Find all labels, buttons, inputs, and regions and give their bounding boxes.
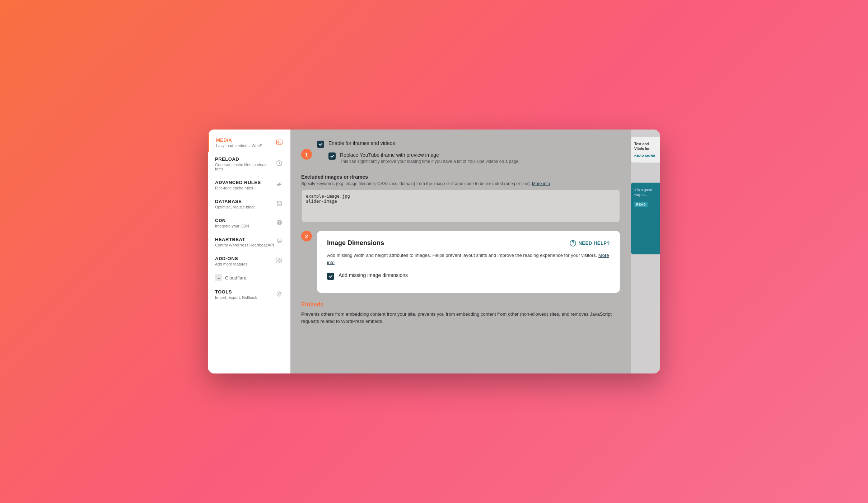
card-header: Image Dimensions NEED HELP? <box>327 239 610 247</box>
sidebar-item-cloudflare[interactable]: ☁ Cloudflare <box>208 271 290 285</box>
svg-point-7 <box>277 201 281 203</box>
embeds-section: Embeds Prevents others from embedding co… <box>301 301 620 325</box>
cloudflare-icon: ☁ <box>215 274 222 281</box>
step1-area: 1 Enable for iframes and videos <box>301 140 620 224</box>
image-dimensions-title: Image Dimensions <box>327 239 384 247</box>
sidebar-item-heartbeat[interactable]: HEARTBEAT Control WordPress Heartbeat AP… <box>208 232 290 252</box>
enable-iframes-row: Enable for iframes and videos <box>317 140 520 148</box>
svg-text:☁: ☁ <box>217 276 220 280</box>
excluded-textarea[interactable]: example-image.jpg slider-image <box>301 190 620 222</box>
svg-point-18 <box>573 244 574 245</box>
svg-rect-12 <box>277 261 279 263</box>
read-more-button-1[interactable]: READ MORE <box>634 154 657 158</box>
database-icon <box>275 200 283 208</box>
step1-badge: 1 <box>301 149 312 160</box>
excluded-more-info-link[interactable]: More info <box>532 181 550 186</box>
svg-rect-4 <box>277 184 281 185</box>
media-icon <box>275 138 283 147</box>
right-panel: Test and Vitals for READ MORE It is a gr… <box>631 130 660 373</box>
svg-rect-11 <box>280 258 282 260</box>
svg-rect-6 <box>279 183 280 184</box>
sidebar: MEDIA LazyLoad, embeds, WebP PRELOAD Gen… <box>208 130 290 373</box>
add-dimensions-checkbox[interactable] <box>327 273 334 280</box>
heartbeat-icon <box>275 238 283 246</box>
right-card-white-text: Test and Vitals for <box>634 142 657 151</box>
svg-rect-5 <box>277 185 280 186</box>
card-description: Add missing width and height attributes … <box>327 252 610 266</box>
main-window: MEDIA LazyLoad, embeds, WebP PRELOAD Gen… <box>208 130 660 373</box>
addons-icon <box>275 257 283 265</box>
need-help-button[interactable]: NEED HELP? <box>570 240 610 246</box>
preload-icon <box>275 160 283 168</box>
step2-badge: 2 <box>301 231 312 241</box>
enable-iframes-checkbox[interactable] <box>317 141 324 148</box>
cdn-icon <box>275 219 283 227</box>
right-card-teal: It is a great way to... READ <box>631 183 660 254</box>
tools-icon <box>275 291 283 298</box>
svg-point-1 <box>278 141 279 142</box>
svg-rect-13 <box>280 261 282 263</box>
right-card-white: Test and Vitals for READ MORE <box>631 137 660 163</box>
replace-youtube-row: Replace YouTube iframe with preview imag… <box>328 152 520 164</box>
sidebar-item-database[interactable]: DATABASE Optimize, reduce bloat <box>208 194 290 213</box>
svg-rect-3 <box>277 183 281 183</box>
sidebar-item-tools[interactable]: TOOLS Import, Export, Rollback <box>208 285 290 304</box>
read-more-button-2[interactable]: READ <box>634 202 648 207</box>
svg-rect-10 <box>277 258 279 260</box>
sidebar-item-advanced-rules[interactable]: ADVANCED RULES Fine-tune cache rules <box>208 175 290 194</box>
sidebar-item-preload[interactable]: PRELOAD Generate cache files, preload fo… <box>208 152 290 175</box>
main-content: 1 Enable for iframes and videos <box>290 130 631 373</box>
replace-youtube-checkbox[interactable] <box>328 152 336 160</box>
right-card-teal-text: It is a great way to... <box>634 188 657 197</box>
step2-row: 2 Image Dimensions NEED HELP? Add missin… <box>301 231 620 293</box>
sidebar-item-cdn[interactable]: CDN Integrate your CDN <box>208 213 290 232</box>
sidebar-item-media[interactable]: MEDIA LazyLoad, embeds, WebP <box>208 133 290 152</box>
svg-point-16 <box>278 293 280 295</box>
sidebar-item-addons[interactable]: ADD-ONS Add more features <box>208 252 290 271</box>
excluded-section: Excluded images or iframes Specify keywo… <box>301 174 620 224</box>
advanced-rules-icon <box>275 181 283 189</box>
excluded-desc: Specify keywords (e.g. image filename, C… <box>301 181 620 186</box>
add-dimensions-row: Add missing image dimensions <box>327 272 610 280</box>
image-dimensions-card: Image Dimensions NEED HELP? Add missing … <box>317 231 620 293</box>
